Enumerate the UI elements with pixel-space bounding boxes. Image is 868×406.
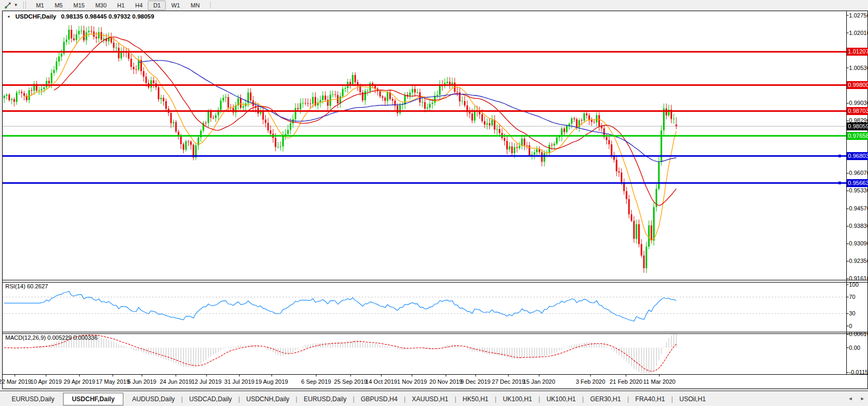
level-line-handle[interactable] [838,182,841,184]
chart-tab-USDCHF-Daily[interactable]: USDCHF,Daily [63,393,124,405]
chart-tab-USOil-H1[interactable]: USOil,H1 [673,393,712,405]
chart-tab-USDCAD-Daily[interactable]: USDCAD,Daily [183,393,238,405]
chart-tab-UK100-H1[interactable]: UK100,H1 [540,393,582,405]
tab-scroll-right-icon[interactable]: ► [860,396,865,401]
chart-canvas[interactable] [0,0,868,406]
tab-scroll-arrows: ◄ ► [848,396,865,401]
chart-tab-USDCNH-Daily[interactable]: USDCNH,Daily [240,393,296,405]
chart-tab-XAUUSD-H1[interactable]: XAUUSD,H1 [406,393,455,405]
chart-tab-bar: EURUSD,DailyUSDCHF,DailyAUDUSD,Daily|USD… [0,391,868,406]
chart-tab-AUDUSD-Daily[interactable]: AUDUSD,Daily [126,393,181,405]
level-line-handle[interactable] [838,155,841,157]
tab-scroll-left-icon[interactable]: ◄ [848,396,853,401]
chart-tab-UK100-H1[interactable]: UK100,H1 [496,393,538,405]
chart-tab-EURUSD-Daily[interactable]: EURUSD,Daily [5,393,61,405]
terminal-window: ▼ M1M5M15M30H1H4D1W1MN ▼ USDCHF,Daily 0.… [0,0,868,406]
chart-tab-GBPUSD-H4[interactable]: GBPUSD,H4 [354,393,404,405]
chart-tab-EURUSD-Daily[interactable]: EURUSD,Daily [297,393,353,405]
chart-tab-FRA40-H1[interactable]: FRA40,H1 [629,393,672,405]
chart-tab-GER30-H1[interactable]: GER30,H1 [584,393,627,405]
chart-tab-HK50-H1[interactable]: HK50,H1 [457,393,495,405]
